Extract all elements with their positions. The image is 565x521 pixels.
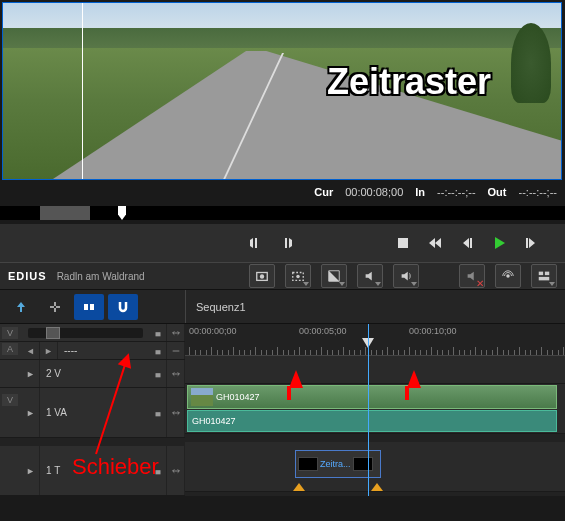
trim-mode-button[interactable] <box>40 294 70 320</box>
set-in-button[interactable] <box>241 229 269 257</box>
normal-mode-button[interactable] <box>6 294 36 320</box>
track-head-1t[interactable]: ► 1 T <box>0 446 185 496</box>
track-lane-1va[interactable]: GH010427 GH010427 <box>185 384 565 434</box>
track-lock-icon[interactable] <box>149 388 167 437</box>
clip-name: GH010427 <box>216 392 260 402</box>
fade-out-icon[interactable] <box>371 483 383 491</box>
track-link-icon[interactable] <box>167 360 185 387</box>
track-lock-icon[interactable] <box>149 446 167 495</box>
svg-rect-8 <box>539 277 550 281</box>
app-logo: EDIUS <box>8 270 47 282</box>
position-segment <box>40 206 90 220</box>
capture-button[interactable] <box>249 264 275 288</box>
title-overlay: Zeitraster <box>327 61 491 103</box>
preview-tree <box>511 23 551 103</box>
ruler-tick: 00:00:00;00 <box>189 326 237 336</box>
svg-point-5 <box>506 274 510 278</box>
group-button[interactable] <box>74 294 104 320</box>
sequence-tab[interactable]: Sequenz1 <box>186 301 256 313</box>
rewind-button[interactable] <box>421 229 449 257</box>
clip-name: Zeitra... <box>320 459 351 469</box>
svg-rect-14 <box>155 412 160 416</box>
ruler-tick: 00:00:05;00 <box>299 326 347 336</box>
out-value[interactable]: --:--:--;-- <box>519 186 557 198</box>
svg-point-2 <box>260 274 264 278</box>
expand-icon[interactable]: ► <box>22 388 40 437</box>
svg-rect-0 <box>398 238 408 248</box>
timeline-tracks[interactable]: 00:00:00;00 00:00:05;00 00:00:10;00 GH01… <box>185 324 565 496</box>
expand-icon[interactable]: ► <box>22 446 40 495</box>
track-head-1va[interactable]: V ► 1 VA <box>0 388 185 438</box>
svg-rect-7 <box>545 272 549 276</box>
track-head-2v[interactable]: ► 2 V <box>0 360 185 388</box>
clip-thumbnail <box>191 388 213 406</box>
track-headers: V A ◄ ► ---- ► 2 V <box>0 324 185 496</box>
a-label: A <box>2 343 18 355</box>
timecode-bar: Cur 00:00:08;00 In --:--:--;-- Out --:--… <box>0 182 565 202</box>
svg-point-4 <box>296 275 300 279</box>
svg-rect-12 <box>155 350 160 354</box>
volume-button[interactable] <box>357 264 383 288</box>
position-bar[interactable] <box>0 206 565 220</box>
expand-icon[interactable]: ► <box>22 360 40 387</box>
title-thumb <box>298 457 318 471</box>
preview-monitor[interactable]: Zeitraster <box>2 2 562 180</box>
in-value[interactable]: --:--:--;-- <box>437 186 475 198</box>
track-link-icon[interactable] <box>167 388 185 437</box>
position-marker[interactable] <box>118 206 126 220</box>
layout-button[interactable] <box>531 264 557 288</box>
ruler-tick: 00:00:10;00 <box>409 326 457 336</box>
playhead-line[interactable] <box>368 324 369 496</box>
sync-button[interactable] <box>495 264 521 288</box>
svg-rect-15 <box>155 470 160 474</box>
track-lane-1t[interactable]: Zeitra... <box>185 442 565 492</box>
next-frame-button[interactable] <box>517 229 545 257</box>
scale-left-icon[interactable]: ◄ <box>22 342 40 359</box>
svg-rect-10 <box>90 304 94 310</box>
v-patch[interactable]: V <box>2 394 18 406</box>
v-label: V <box>2 327 18 339</box>
cur-label: Cur <box>314 186 333 198</box>
video-scale-row: V <box>0 324 185 342</box>
prev-frame-button[interactable] <box>453 229 481 257</box>
track-link-icon[interactable] <box>167 342 185 359</box>
track-1t-label: 1 T <box>40 465 149 476</box>
video-clip[interactable]: GH010427 <box>187 385 557 409</box>
cur-value[interactable]: 00:00:08;00 <box>345 186 403 198</box>
track-lock-icon[interactable] <box>149 360 167 387</box>
contrast-button[interactable] <box>321 264 347 288</box>
scale-right-icon[interactable]: ► <box>40 342 58 359</box>
in-label: In <box>415 186 425 198</box>
pan-button[interactable] <box>393 264 419 288</box>
mute-button[interactable]: ✕ <box>459 264 485 288</box>
track-link-icon[interactable] <box>167 446 185 495</box>
tool-row: Sequenz1 <box>0 290 565 324</box>
track-2v-label: 2 V <box>40 368 149 379</box>
snap-button[interactable] <box>108 294 138 320</box>
svg-rect-13 <box>155 373 160 377</box>
timeline: V A ◄ ► ---- ► 2 V <box>0 324 565 496</box>
stop-button[interactable] <box>389 229 417 257</box>
out-label: Out <box>488 186 507 198</box>
time-ruler[interactable]: 00:00:00;00 00:00:05;00 00:00:10;00 <box>185 324 565 356</box>
svg-rect-9 <box>84 304 88 310</box>
video-scale-thumb[interactable] <box>46 327 60 339</box>
track-1va-label: 1 VA <box>40 407 149 418</box>
audio-scale-row: A ◄ ► ---- <box>0 342 185 360</box>
audio-clip[interactable]: GH010427 <box>187 410 557 432</box>
set-out-button[interactable] <box>273 229 301 257</box>
svg-rect-11 <box>155 332 160 336</box>
capture-still-button[interactable] <box>285 264 311 288</box>
track-lane-2v[interactable] <box>185 356 565 384</box>
app-bar: EDIUS Radln am Waldrand ✕ <box>0 262 565 290</box>
clip-name: GH010427 <box>192 416 236 426</box>
track-link-icon[interactable] <box>167 324 185 341</box>
project-name: Radln am Waldrand <box>57 271 145 282</box>
preview-playhead <box>82 3 83 179</box>
video-scale-slider[interactable] <box>28 328 143 338</box>
fade-in-icon[interactable] <box>293 483 305 491</box>
play-button[interactable] <box>485 229 513 257</box>
track-lock-icon[interactable] <box>149 324 167 341</box>
transport-controls <box>0 224 565 262</box>
track-lock-icon[interactable] <box>149 342 167 359</box>
